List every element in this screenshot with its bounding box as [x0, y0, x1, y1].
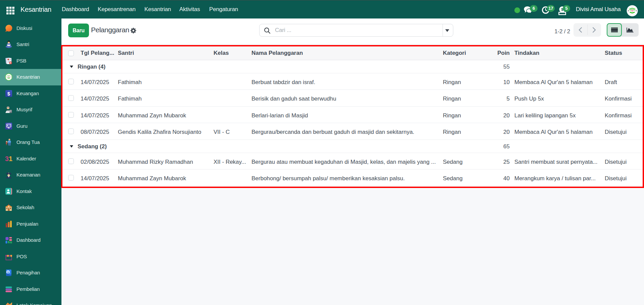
- svg-text:$: $: [7, 90, 10, 96]
- svg-text:$: $: [7, 270, 9, 274]
- svg-text:1: 1: [9, 155, 12, 162]
- svg-text:3: 3: [5, 155, 9, 162]
